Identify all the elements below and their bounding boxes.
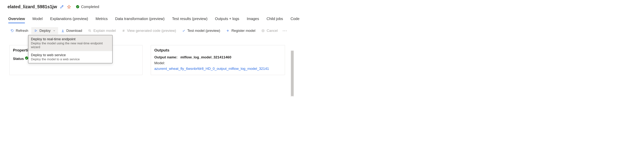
model-link[interactable]: azureml_wheat_fly_6wsnbrfdr8_HD_0_output… — [154, 66, 282, 71]
deploy-menu-item-webservice[interactable]: Deploy to web service Deploy the model t… — [28, 51, 112, 63]
cancel-button: Cancel — [258, 27, 281, 34]
status-label: Completed — [81, 5, 99, 9]
more-icon: ··· — [282, 28, 287, 33]
toolbar-wrap: Refresh Deploy Download — [0, 26, 294, 35]
tab-outputs-logs[interactable]: Outputs + logs — [215, 17, 240, 23]
outputs-panel: Outputs Output name: mlflow_log_model_32… — [151, 45, 285, 75]
download-label: Download — [66, 29, 82, 33]
page-title: elated_lizard_5981s1jw — [8, 4, 57, 9]
check-icon — [182, 29, 186, 32]
page-header: elated_lizard_5981s1jw Completed — [0, 0, 294, 11]
register-model-button[interactable]: Register model — [223, 27, 258, 34]
chevron-down-icon — [53, 29, 56, 32]
model-key: Model: — [154, 60, 282, 66]
register-label: Register model — [231, 29, 255, 33]
refresh-icon — [10, 29, 14, 32]
edit-icon[interactable] — [60, 4, 64, 9]
deploy-menu-item-subtitle: Deploy the model using the new real-time… — [31, 41, 110, 49]
tab-bar: Overview Model Explanations (preview) Me… — [0, 11, 294, 23]
tab-explanations[interactable]: Explanations (preview) — [50, 17, 88, 23]
output-name-row: Output name: mlflow_log_model_321411460 — [154, 55, 282, 60]
tab-metrics[interactable]: Metrics — [96, 17, 108, 23]
outputs-heading: Outputs — [151, 45, 285, 55]
download-button[interactable]: Download — [58, 27, 85, 34]
tab-code[interactable]: Code — [290, 17, 300, 23]
tab-test-results[interactable]: Test results (preview) — [172, 17, 208, 23]
scrollbar-thumb[interactable] — [291, 51, 294, 96]
deploy-button[interactable]: Deploy — [31, 27, 58, 34]
hash-icon — [122, 29, 125, 32]
deploy-menu-item-title: Deploy to web service — [31, 53, 110, 57]
job-status: Completed — [76, 5, 99, 9]
toolbar: Refresh Deploy Download — [0, 26, 294, 35]
tab-child-jobs[interactable]: Child jobs — [266, 17, 283, 23]
output-name-key: Output name: — [154, 55, 178, 59]
tab-data-transformation[interactable]: Data transformation (preview) — [115, 17, 164, 23]
output-name-value: mlflow_log_model_321411460 — [180, 55, 231, 59]
view-generated-code-button: View generated code (preview) — [119, 27, 179, 34]
vertical-scrollbar[interactable] — [290, 50, 294, 97]
explain-model-button: Explain model — [85, 27, 119, 34]
more-button[interactable]: ··· — [281, 28, 289, 33]
play-icon — [34, 29, 37, 32]
deploy-menu: Deploy to real-time endpoint Deploy the … — [28, 35, 112, 63]
download-icon — [61, 29, 64, 32]
cancel-label: Cancel — [266, 29, 278, 33]
plus-icon — [226, 29, 230, 32]
test-label: Test model (preview) — [187, 29, 220, 33]
viewcode-label: View generated code (preview) — [127, 29, 176, 33]
deploy-menu-item-subtitle: Deploy the model to a web service — [31, 57, 110, 61]
check-circle-icon — [76, 5, 80, 8]
deploy-menu-item-title: Deploy to real-time endpoint — [31, 37, 110, 41]
refresh-button[interactable]: Refresh — [8, 27, 31, 34]
tab-overview[interactable]: Overview — [8, 17, 25, 23]
tab-model[interactable]: Model — [32, 17, 42, 23]
test-model-button[interactable]: Test model (preview) — [179, 27, 223, 34]
tab-images[interactable]: Images — [247, 17, 259, 23]
cancel-circle-icon — [261, 29, 265, 32]
refresh-label: Refresh — [16, 29, 28, 33]
deploy-label: Deploy — [40, 29, 50, 33]
deploy-menu-item-realtime[interactable]: Deploy to real-time endpoint Deploy the … — [28, 35, 112, 51]
magnify-plus-icon — [88, 29, 92, 32]
star-icon[interactable] — [67, 4, 71, 9]
status-key: Status — [13, 57, 24, 61]
explain-label: Explain model — [93, 29, 116, 33]
